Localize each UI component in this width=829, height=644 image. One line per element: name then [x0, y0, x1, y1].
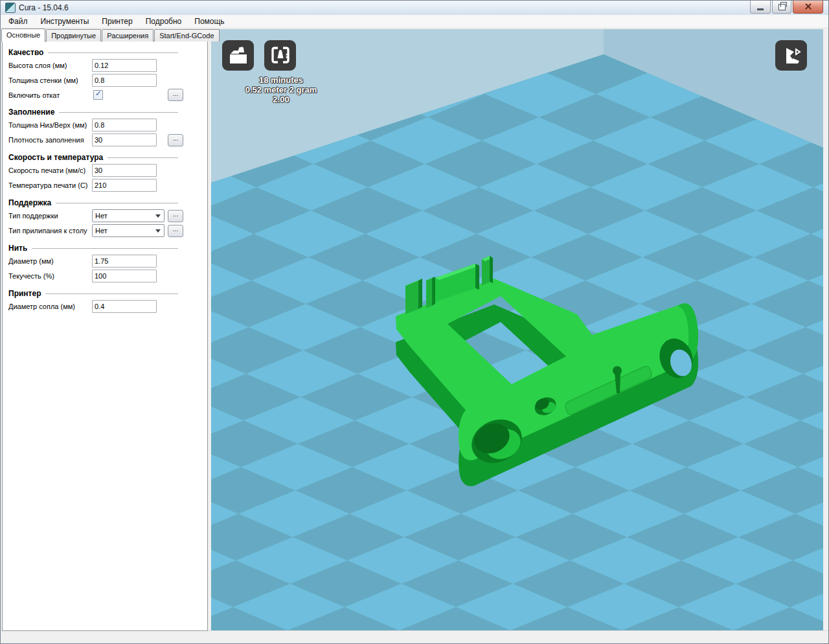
layer-height-label: Высота слоя (мм)	[8, 62, 92, 69]
fill-density-more-button[interactable]: ...	[168, 134, 183, 146]
section-3: ПоддержкаТип поддержкиНет...Тип прилипан…	[8, 198, 207, 237]
tab-strip: ОсновныеПродвинутыеРасширенияStart/End-G…	[1, 28, 215, 41]
menu-bar: ФайлИнструментыПринтерПодробноПомощь	[1, 15, 828, 29]
print-stat-line-2: 2.00	[211, 95, 351, 104]
load-model-button[interactable]	[222, 40, 254, 71]
minimize-icon	[757, 8, 764, 10]
section-title: Заполнение	[8, 108, 54, 117]
print-temperature-label: Температура печати (C)	[8, 181, 92, 189]
save-toolpath-icon	[270, 45, 291, 66]
section-rule	[56, 203, 178, 203]
section-rule	[48, 52, 178, 53]
fill-density-label: Плотность заполнения	[8, 136, 92, 144]
app-icon	[5, 3, 16, 13]
status-bar	[1, 630, 828, 643]
wall-thickness-label: Толщина стенки (мм)	[8, 76, 92, 84]
bottom-top-thickness-label: Толщина Низ/Верх (мм)	[8, 121, 92, 129]
section-4: НитьДиаметр (мм)Текучесть (%)	[8, 244, 207, 282]
cura-window: Cura - 15.04.6 ФайлИнструментыПринтерПод…	[0, 0, 829, 644]
section-5: ПринтерДиаметр сопла (мм)	[8, 289, 207, 313]
print-stat-line-0: 18 minutes	[211, 75, 351, 85]
menu-item-1[interactable]: Инструменты	[34, 16, 96, 27]
setting-row-bottom-top-thickness: Толщина Низ/Верх (мм)	[8, 119, 183, 132]
setting-row-filament-flow: Текучесть (%)	[8, 270, 183, 282]
minimize-button[interactable]	[750, 1, 771, 14]
setting-row-wall-thickness: Толщина стенки (мм)	[8, 74, 183, 87]
section-title: Нить	[8, 244, 27, 253]
section-0: КачествоВысота слоя (мм)Толщина стенки (…	[8, 48, 207, 101]
support-type-label: Тип поддержки	[8, 212, 92, 220]
enable-retraction-checkbox[interactable]: ✓	[93, 90, 103, 100]
setting-row-support-type: Тип поддержкиНет...	[8, 209, 183, 222]
tab-0[interactable]: Основные	[1, 29, 45, 42]
nozzle-size-label: Диаметр сопла (мм)	[8, 303, 92, 310]
filament-diameter-label: Диаметр (мм)	[8, 257, 92, 265]
setting-row-filament-diameter: Диаметр (мм)	[8, 255, 183, 268]
restore-button[interactable]	[772, 1, 791, 14]
menu-item-4[interactable]: Помощь	[188, 16, 231, 27]
setting-row-nozzle-size: Диаметр сопла (мм)	[8, 300, 183, 313]
section-title: Скорость и температура	[8, 153, 103, 162]
support-type-more-button[interactable]: ...	[168, 210, 183, 222]
title-bar[interactable]: Cura - 15.04.6	[1, 1, 828, 16]
view-mode-icon	[781, 45, 802, 66]
platform-adhesion-select[interactable]: Нет	[92, 224, 165, 237]
load-model-icon	[228, 45, 249, 66]
bottom-top-thickness-input[interactable]	[92, 119, 157, 132]
platform-adhesion-label: Тип прилипания к столу	[8, 227, 92, 235]
section-rule	[108, 157, 178, 158]
nozzle-size-input[interactable]	[92, 300, 157, 313]
chevron-down-icon	[155, 229, 161, 233]
menu-item-0[interactable]: Файл	[2, 16, 34, 27]
tab-2[interactable]: Расширения	[102, 29, 153, 41]
platform-adhesion-more-button[interactable]: ...	[168, 225, 183, 237]
support-type-selected-value: Нет	[95, 212, 108, 220]
menu-item-2[interactable]: Принтер	[95, 16, 139, 27]
menu-item-3[interactable]: Подробно	[139, 16, 188, 27]
setting-row-fill-density: Плотность заполнения...	[8, 133, 183, 146]
setting-row-print-speed: Скорость печати (мм/с)	[8, 164, 183, 177]
viewport-3d[interactable]: 18 minutes0.52 meter 2 gram2.00	[211, 29, 823, 632]
check-icon: ✓	[95, 89, 102, 98]
enable-retraction-more-button[interactable]: ...	[168, 89, 183, 101]
print-stat-line-1: 0.52 meter 2 gram	[211, 85, 351, 95]
print-speed-input[interactable]	[92, 164, 157, 177]
scene-canvas	[211, 29, 823, 632]
section-rule	[32, 248, 178, 249]
layer-height-input[interactable]	[92, 59, 157, 72]
filament-flow-label: Текучесть (%)	[8, 272, 92, 280]
tab-1[interactable]: Продвинутые	[46, 29, 101, 41]
setting-row-layer-height: Высота слоя (мм)	[8, 59, 183, 72]
save-toolpath-button[interactable]	[264, 40, 296, 71]
section-title: Поддержка	[8, 198, 51, 207]
fill-density-input[interactable]	[92, 133, 157, 146]
print-temperature-input[interactable]	[92, 179, 157, 192]
filament-flow-input[interactable]	[92, 270, 157, 282]
window-controls	[749, 1, 823, 14]
print-speed-label: Скорость печати (мм/с)	[8, 167, 92, 174]
window-title: Cura - 15.04.6	[19, 3, 69, 12]
settings-panel: КачествоВысота слоя (мм)Толщина стенки (…	[2, 41, 208, 631]
support-type-select[interactable]: Нет	[92, 209, 165, 222]
chevron-down-icon	[155, 214, 161, 218]
enable-retraction-label: Включить откат	[8, 91, 92, 99]
view-mode-button[interactable]	[775, 40, 807, 71]
setting-row-enable-retraction: Включить откат✓...	[8, 89, 183, 101]
section-rule	[59, 112, 178, 113]
restore-icon	[778, 4, 786, 10]
setting-row-print-temperature: Температура печати (C)	[8, 179, 183, 192]
section-2: Скорость и температураСкорость печати (м…	[8, 153, 207, 192]
wall-thickness-input[interactable]	[92, 74, 157, 87]
section-rule	[45, 293, 178, 294]
section-title: Принтер	[8, 289, 41, 298]
platform-adhesion-selected-value: Нет	[95, 227, 108, 235]
tab-3[interactable]: Start/End-GCode	[154, 29, 219, 41]
close-button[interactable]	[793, 1, 823, 14]
section-title: Качество	[8, 48, 43, 57]
print-stats: 18 minutes0.52 meter 2 gram2.00	[211, 75, 351, 104]
filament-diameter-input[interactable]	[92, 255, 157, 268]
section-1: ЗаполнениеТолщина Низ/Верх (мм)Плотность…	[8, 108, 207, 146]
setting-row-platform-adhesion: Тип прилипания к столуНет...	[8, 224, 183, 237]
